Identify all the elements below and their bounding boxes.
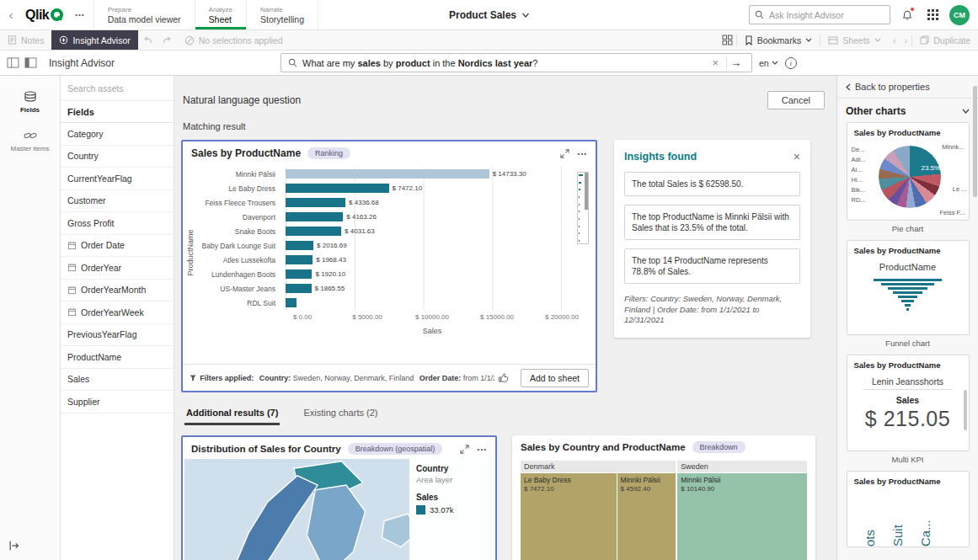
category-label: Lundenhagen Boots [200,270,281,279]
bookmarks-button[interactable]: Bookmarks [737,30,820,50]
nl-query-box[interactable]: What are my sales by product in the Nord… [281,53,752,72]
more-menu-icon[interactable]: ••• [67,0,93,29]
field-item[interactable]: OrderYear [61,257,174,280]
other-charts-section[interactable]: Other charts [837,99,978,122]
field-item[interactable]: Supplier [61,391,174,413]
bar[interactable] [286,198,345,207]
nav-eyebrow: Narrate [260,6,304,14]
bar-track [286,298,562,307]
category-label: Snake Boots [200,227,281,236]
map-menu-icon[interactable]: ••• [478,445,487,453]
field-item[interactable]: OrderYearWeek [61,301,174,324]
thumbs-up-icon[interactable] [498,372,509,383]
chart-scroll-navigator[interactable] [577,172,589,244]
add-to-sheet-button[interactable]: Add to sheet [521,369,589,387]
app-title-menu[interactable]: Product Sales [449,0,529,30]
bar[interactable] [286,184,389,193]
bar-chart-preview-card[interactable]: Sales by ProductName otsSuitCa... [847,471,970,547]
language-value: en [759,58,769,68]
funnel-chart-preview-card[interactable]: Sales by ProductName ProductName [847,240,970,335]
submit-query-icon[interactable]: → [726,56,745,69]
treemap-cell[interactable]: Minnki Pälsii$ 10140.90 [677,473,807,560]
tab-existing-charts[interactable]: Existing charts (2) [302,408,379,425]
duplicate-button[interactable]: Duplicate [912,30,978,50]
bar[interactable] [286,241,313,250]
field-item[interactable]: PreviousYearFlag [61,324,174,347]
search-assets-input[interactable] [61,76,174,101]
preview-title: Sales by ProductName [847,472,969,488]
clear-query-icon[interactable]: × [709,56,721,69]
previous-sheet-icon[interactable]: ‹ [889,35,901,45]
fields-section-header[interactable]: Fields [61,101,174,123]
map-chart-card[interactable]: Distribution of Sales for Country Breakd… [181,435,497,560]
back-to-properties-button[interactable]: Back to properties [837,76,978,99]
notes-button[interactable]: Notes [0,30,51,50]
fields-list: CategoryCountryCurrentYearFlagCustomerGr… [61,123,174,560]
user-avatar[interactable]: CM [949,5,970,25]
funnel-bar [881,283,934,285]
ask-insight-advisor-search[interactable] [749,5,890,24]
ask-insight-advisor-input[interactable] [769,10,879,20]
qlik-logo[interactable]: Qlik [22,0,67,29]
treemap-chart-card[interactable]: Sales by Country and ProductName Breakdo… [512,435,815,560]
rail-item-master-items[interactable]: Master items [0,121,60,160]
bar[interactable] [286,227,341,236]
language-selector[interactable]: en [759,58,778,68]
multi-kpi-preview-card[interactable]: Sales by ProductName Lenin Jeansshorts S… [847,355,970,451]
expand-icon[interactable] [560,149,569,158]
result-chart-card[interactable]: Sales by ProductName Ranking ••• Product… [181,140,597,392]
properties-scrollbar[interactable] [973,86,977,197]
treemap-cell[interactable]: Le Baby Dress$ 7472.10 [521,473,617,560]
funnel-bars [847,279,969,311]
multi-kpi-caption: Multi KPI [837,455,978,464]
kpi-scrollbar[interactable] [964,390,967,430]
sheets-button[interactable]: Sheets [820,30,889,50]
expand-icon[interactable] [460,445,469,454]
back-chevron-icon[interactable]: ‹ [0,0,22,29]
chart-menu-icon[interactable]: ••• [578,150,587,157]
selection-step-back-icon[interactable] [138,35,158,45]
sheet-grid-icon[interactable] [719,32,736,49]
funnel-bar [906,308,909,311]
bar[interactable] [286,269,312,279]
cancel-button[interactable]: Cancel [767,91,825,109]
info-icon[interactable]: i [785,57,797,69]
bar[interactable] [286,169,489,179]
results-tabs: Additional results (7)Existing charts (2… [184,408,836,425]
chevron-down-icon [521,13,529,18]
nav-eyebrow: Analyze [209,6,232,14]
insight-advisor-button[interactable]: Insight Advisor [51,30,137,50]
notifications-bell-icon[interactable] [899,7,916,24]
app-launcher-grid-icon[interactable] [924,7,941,24]
bar[interactable] [286,298,297,307]
close-icon[interactable]: × [794,150,800,163]
bar[interactable] [286,284,312,293]
selection-step-forward-icon[interactable] [158,35,177,45]
field-item[interactable]: ProductName [61,346,174,369]
bar[interactable] [286,212,343,221]
tab-additional-results[interactable]: Additional results (7) [184,408,280,425]
scroll-thumb[interactable] [585,173,588,210]
field-item[interactable]: CurrentYearFlag [61,168,174,190]
field-item[interactable]: Category [61,123,174,146]
field-item[interactable]: Gross Profit [61,212,174,235]
field-item[interactable]: Order Date [61,235,174,258]
field-item[interactable]: Sales [61,369,174,392]
field-item[interactable]: Country [61,146,174,168]
treemap-cell[interactable]: Minnki Pälsii$ 4592.40 [617,473,676,560]
nav-tab-narrate[interactable]: Narrate Storytelling [246,0,318,29]
pie-chart-preview-card[interactable]: Sales by ProductName 23.5% De...Adi...Ai… [847,122,970,221]
panel-view-icon[interactable] [24,57,37,68]
next-sheet-icon[interactable]: › [901,35,912,45]
field-item[interactable]: OrderYearMonth [61,280,174,302]
rail-item-fields[interactable]: Fields [0,83,60,121]
map-visualization[interactable]: Country Area layer Sales 33.07k [184,459,494,560]
nav-tab-analyze[interactable]: Analyze Sheet [195,0,246,29]
nav-tab-prepare[interactable]: Prepare Data model viewer [94,0,195,29]
treemap-cell-label: Le Baby Dress [524,476,613,484]
app-title: Product Sales [449,9,516,21]
split-view-icon[interactable] [7,57,19,68]
field-item[interactable]: Customer [61,190,174,213]
expand-panel-icon[interactable] [8,540,20,552]
bar[interactable] [286,255,313,264]
